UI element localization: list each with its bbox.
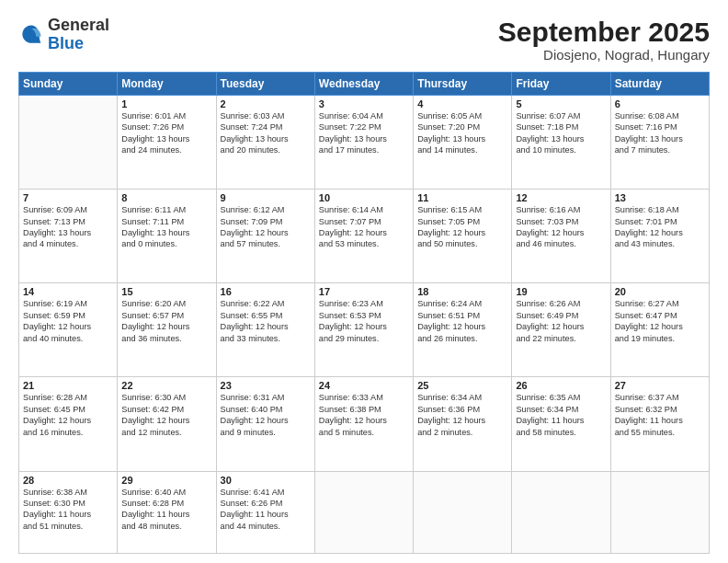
day-number: 23 — [221, 380, 311, 391]
page-subtitle: Diosjeno, Nograd, Hungary — [498, 47, 710, 63]
day-number: 24 — [319, 380, 409, 391]
calendar-cell: 19Sunrise: 6:26 AM Sunset: 6:49 PM Dayli… — [512, 283, 610, 377]
calendar-cell: 24Sunrise: 6:33 AM Sunset: 6:38 PM Dayli… — [314, 377, 413, 471]
day-number: 2 — [221, 98, 311, 109]
day-info: Sunrise: 6:20 AM Sunset: 6:57 PM Dayligh… — [121, 298, 211, 344]
day-info: Sunrise: 6:34 AM Sunset: 6:36 PM Dayligh… — [417, 392, 507, 438]
col-wednesday: Wednesday — [314, 73, 413, 96]
day-number: 15 — [121, 286, 211, 297]
day-number: 22 — [121, 380, 211, 391]
col-sunday: Sunday — [19, 73, 118, 96]
col-friday: Friday — [512, 73, 610, 96]
calendar-week-5: 28Sunrise: 6:38 AM Sunset: 6:30 PM Dayli… — [19, 471, 710, 553]
calendar-body: 1Sunrise: 6:01 AM Sunset: 7:26 PM Daylig… — [19, 96, 710, 554]
day-number: 30 — [221, 475, 311, 486]
day-number: 11 — [417, 192, 507, 203]
day-number: 28 — [23, 475, 113, 486]
day-number: 17 — [319, 286, 409, 297]
day-number: 9 — [221, 192, 311, 203]
calendar-cell: 22Sunrise: 6:30 AM Sunset: 6:42 PM Dayli… — [118, 377, 216, 471]
day-info: Sunrise: 6:33 AM Sunset: 6:38 PM Dayligh… — [319, 392, 409, 438]
day-info: Sunrise: 6:35 AM Sunset: 6:34 PM Dayligh… — [516, 392, 606, 438]
day-number: 1 — [121, 98, 211, 109]
day-number: 8 — [121, 192, 211, 203]
day-info: Sunrise: 6:27 AM Sunset: 6:47 PM Dayligh… — [615, 298, 705, 344]
day-number: 27 — [615, 380, 705, 391]
day-info: Sunrise: 6:12 AM Sunset: 7:09 PM Dayligh… — [221, 204, 311, 250]
day-info: Sunrise: 6:11 AM Sunset: 7:11 PM Dayligh… — [121, 204, 211, 250]
day-info: Sunrise: 6:19 AM Sunset: 6:59 PM Dayligh… — [23, 298, 113, 344]
day-info: Sunrise: 6:08 AM Sunset: 7:16 PM Dayligh… — [615, 110, 705, 156]
day-number: 4 — [417, 98, 507, 109]
calendar-week-3: 14Sunrise: 6:19 AM Sunset: 6:59 PM Dayli… — [19, 283, 710, 377]
calendar-cell: 29Sunrise: 6:40 AM Sunset: 6:28 PM Dayli… — [118, 471, 216, 553]
day-info: Sunrise: 6:26 AM Sunset: 6:49 PM Dayligh… — [516, 298, 606, 344]
calendar-cell: 6Sunrise: 6:08 AM Sunset: 7:16 PM Daylig… — [610, 96, 709, 190]
day-info: Sunrise: 6:30 AM Sunset: 6:42 PM Dayligh… — [121, 392, 211, 438]
calendar-cell: 11Sunrise: 6:15 AM Sunset: 7:05 PM Dayli… — [414, 190, 512, 283]
calendar-cell — [512, 471, 610, 553]
day-info: Sunrise: 6:03 AM Sunset: 7:24 PM Dayligh… — [221, 110, 311, 156]
day-info: Sunrise: 6:22 AM Sunset: 6:55 PM Dayligh… — [221, 298, 311, 344]
calendar-cell: 27Sunrise: 6:37 AM Sunset: 6:32 PM Dayli… — [610, 377, 709, 471]
calendar-cell: 8Sunrise: 6:11 AM Sunset: 7:11 PM Daylig… — [118, 190, 216, 283]
day-info: Sunrise: 6:04 AM Sunset: 7:22 PM Dayligh… — [319, 110, 409, 156]
logo-general: General — [48, 16, 109, 34]
logo-icon — [18, 22, 44, 48]
calendar-cell: 28Sunrise: 6:38 AM Sunset: 6:30 PM Dayli… — [19, 471, 118, 553]
header: General Blue September 2025 Diosjeno, No… — [18, 17, 710, 63]
day-info: Sunrise: 6:01 AM Sunset: 7:26 PM Dayligh… — [121, 110, 211, 156]
calendar-cell: 9Sunrise: 6:12 AM Sunset: 7:09 PM Daylig… — [216, 190, 314, 283]
day-info: Sunrise: 6:37 AM Sunset: 6:32 PM Dayligh… — [615, 392, 705, 438]
calendar-cell: 18Sunrise: 6:24 AM Sunset: 6:51 PM Dayli… — [414, 283, 512, 377]
day-info: Sunrise: 6:31 AM Sunset: 6:40 PM Dayligh… — [221, 392, 311, 438]
calendar-cell: 15Sunrise: 6:20 AM Sunset: 6:57 PM Dayli… — [118, 283, 216, 377]
calendar-cell: 4Sunrise: 6:05 AM Sunset: 7:20 PM Daylig… — [414, 96, 512, 190]
logo: General Blue — [18, 17, 109, 53]
day-number: 26 — [516, 380, 606, 391]
calendar-cell — [19, 96, 118, 190]
col-monday: Monday — [118, 73, 216, 96]
day-number: 19 — [516, 286, 606, 297]
day-number: 3 — [319, 98, 409, 109]
page: General Blue September 2025 Diosjeno, No… — [0, 0, 728, 563]
day-number: 16 — [221, 286, 311, 297]
calendar-week-1: 1Sunrise: 6:01 AM Sunset: 7:26 PM Daylig… — [19, 96, 710, 190]
day-number: 14 — [23, 286, 113, 297]
col-thursday: Thursday — [414, 73, 512, 96]
calendar-cell: 26Sunrise: 6:35 AM Sunset: 6:34 PM Dayli… — [512, 377, 610, 471]
calendar-cell: 23Sunrise: 6:31 AM Sunset: 6:40 PM Dayli… — [216, 377, 314, 471]
logo-text: General Blue — [48, 17, 109, 53]
day-info: Sunrise: 6:38 AM Sunset: 6:30 PM Dayligh… — [23, 487, 113, 533]
day-info: Sunrise: 6:09 AM Sunset: 7:13 PM Dayligh… — [23, 204, 113, 250]
day-info: Sunrise: 6:23 AM Sunset: 6:53 PM Dayligh… — [319, 298, 409, 344]
calendar-cell — [414, 471, 512, 553]
day-number: 5 — [516, 98, 606, 109]
calendar-cell: 5Sunrise: 6:07 AM Sunset: 7:18 PM Daylig… — [512, 96, 610, 190]
title-block: September 2025 Diosjeno, Nograd, Hungary — [498, 17, 710, 63]
day-number: 13 — [615, 192, 705, 203]
calendar-cell: 25Sunrise: 6:34 AM Sunset: 6:36 PM Dayli… — [414, 377, 512, 471]
calendar-cell: 1Sunrise: 6:01 AM Sunset: 7:26 PM Daylig… — [118, 96, 216, 190]
calendar-week-4: 21Sunrise: 6:28 AM Sunset: 6:45 PM Dayli… — [19, 377, 710, 471]
calendar-cell: 13Sunrise: 6:18 AM Sunset: 7:01 PM Dayli… — [610, 190, 709, 283]
calendar-cell — [610, 471, 709, 553]
calendar-header: Sunday Monday Tuesday Wednesday Thursday… — [19, 73, 710, 96]
day-info: Sunrise: 6:18 AM Sunset: 7:01 PM Dayligh… — [615, 204, 705, 250]
col-tuesday: Tuesday — [216, 73, 314, 96]
calendar-cell: 30Sunrise: 6:41 AM Sunset: 6:26 PM Dayli… — [216, 471, 314, 553]
calendar-cell: 17Sunrise: 6:23 AM Sunset: 6:53 PM Dayli… — [314, 283, 413, 377]
day-info: Sunrise: 6:07 AM Sunset: 7:18 PM Dayligh… — [516, 110, 606, 156]
day-number: 21 — [23, 380, 113, 391]
calendar-cell: 16Sunrise: 6:22 AM Sunset: 6:55 PM Dayli… — [216, 283, 314, 377]
day-number: 18 — [417, 286, 507, 297]
calendar-cell: 10Sunrise: 6:14 AM Sunset: 7:07 PM Dayli… — [314, 190, 413, 283]
calendar-cell: 21Sunrise: 6:28 AM Sunset: 6:45 PM Dayli… — [19, 377, 118, 471]
calendar-cell: 20Sunrise: 6:27 AM Sunset: 6:47 PM Dayli… — [610, 283, 709, 377]
calendar-cell: 3Sunrise: 6:04 AM Sunset: 7:22 PM Daylig… — [314, 96, 413, 190]
calendar-week-2: 7Sunrise: 6:09 AM Sunset: 7:13 PM Daylig… — [19, 190, 710, 283]
header-row: Sunday Monday Tuesday Wednesday Thursday… — [19, 73, 710, 96]
day-number: 7 — [23, 192, 113, 203]
calendar-cell: 7Sunrise: 6:09 AM Sunset: 7:13 PM Daylig… — [19, 190, 118, 283]
day-info: Sunrise: 6:15 AM Sunset: 7:05 PM Dayligh… — [417, 204, 507, 250]
